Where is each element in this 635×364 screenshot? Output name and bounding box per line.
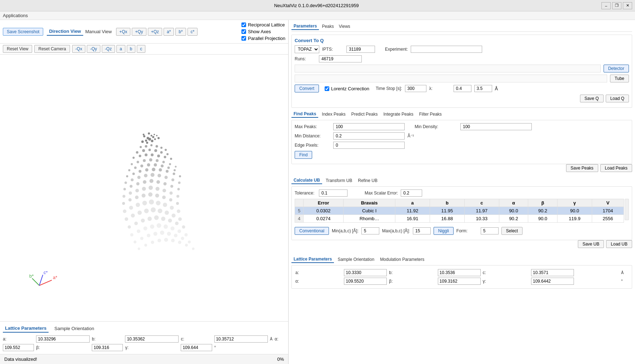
- find-peaks-tab[interactable]: Find Peaks: [291, 111, 318, 118]
- instrument-select[interactable]: TOPAZ: [295, 45, 319, 53]
- lambda-input[interactable]: [454, 85, 471, 92]
- min-distance-row: Min Distance: Å⁻¹: [295, 132, 629, 140]
- experiment-input[interactable]: [411, 46, 482, 53]
- dir-plus-qz[interactable]: +Qz: [148, 28, 162, 36]
- show-axes-check[interactable]: Show Axes: [241, 29, 285, 34]
- gamma-input[interactable]: [181, 344, 212, 351]
- max-peaks-input[interactable]: [333, 123, 405, 130]
- save-peaks-button[interactable]: Save Peaks: [566, 164, 598, 172]
- dir-astar[interactable]: a*: [164, 28, 174, 36]
- load-ub-button[interactable]: Load UB: [606, 240, 632, 248]
- svg-point-64: [158, 174, 161, 177]
- time-stop-input[interactable]: [405, 85, 426, 92]
- dir-c[interactable]: c: [137, 45, 145, 53]
- convert-to-title: Convert To Q: [295, 38, 629, 43]
- right-b-input[interactable]: [438, 269, 481, 276]
- right-a-input[interactable]: [344, 269, 387, 276]
- modulation-tab[interactable]: Modulation Parameters: [378, 256, 426, 263]
- 3d-viewport[interactable]: a* b* c*: [0, 55, 288, 321]
- dir-b[interactable]: b: [127, 45, 136, 53]
- svg-point-33: [170, 158, 172, 160]
- table-scrollbar[interactable]: [625, 199, 629, 220]
- c-input[interactable]: [214, 335, 268, 343]
- lattice-parameters-tab[interactable]: Lattice Parameters: [3, 324, 49, 333]
- lattice-params-tab[interactable]: Lattice Parameters: [291, 256, 334, 263]
- dir-cstar[interactable]: c*: [188, 28, 198, 36]
- reset-view-button[interactable]: Reset View: [3, 45, 32, 53]
- table-row[interactable]: 5 0.0302 Cubic I 11.92 11.95 11.97 90.0 …: [295, 207, 624, 215]
- form-input[interactable]: [481, 227, 499, 234]
- save-screenshot-button[interactable]: Save Screenshot: [3, 28, 43, 36]
- status-message: Data visualized!: [4, 357, 37, 362]
- dir-a[interactable]: a: [116, 45, 125, 53]
- filter-peaks-tab[interactable]: Filter Peaks: [417, 111, 444, 118]
- niggli-button[interactable]: Niggli: [434, 227, 454, 235]
- right-gamma-input[interactable]: [531, 278, 574, 285]
- conventional-button[interactable]: Conventional: [295, 227, 329, 235]
- peaks-tab[interactable]: Peaks: [320, 23, 336, 30]
- reciprocal-lattice-check[interactable]: Reciprocal Lattice: [241, 22, 285, 27]
- tolerance-input[interactable]: [319, 189, 348, 197]
- close-button[interactable]: ✕: [623, 2, 632, 9]
- minimize-button[interactable]: –: [601, 2, 611, 9]
- views-tab[interactable]: Views: [337, 23, 352, 30]
- svg-point-91: [155, 193, 159, 197]
- right-alpha-input[interactable]: [344, 278, 387, 285]
- dir-plus-qy[interactable]: +Qy: [132, 28, 146, 36]
- save-ub-button[interactable]: Save UB: [578, 240, 604, 248]
- dir-bstar[interactable]: b*: [175, 28, 186, 36]
- max-scalar-error-input[interactable]: [401, 189, 422, 197]
- restore-button[interactable]: ❐: [612, 2, 621, 9]
- manual-view-tab[interactable]: Manual View: [83, 27, 114, 36]
- b-input[interactable]: [125, 335, 179, 343]
- index-peaks-tab[interactable]: Index Peaks: [320, 111, 348, 118]
- load-peaks-button[interactable]: Load Peaks: [600, 164, 632, 172]
- transform-ub-tab[interactable]: Transform UB: [324, 177, 354, 184]
- max-abc-input[interactable]: [413, 227, 431, 234]
- tube-button[interactable]: Tube: [610, 75, 629, 82]
- dir-minus-qz[interactable]: -Qz: [102, 45, 115, 53]
- angstrom-input[interactable]: [474, 85, 492, 92]
- sample-orient-tab[interactable]: Sample Orientation: [335, 256, 376, 263]
- find-button[interactable]: Find: [295, 151, 312, 159]
- lorentz-check[interactable]: Lorentz Correction: [325, 86, 369, 91]
- load-q-button[interactable]: Load Q: [606, 95, 629, 102]
- svg-point-21: [136, 151, 138, 153]
- integrate-peaks-tab[interactable]: Integrate Peaks: [381, 111, 415, 118]
- detector-button[interactable]: Detector: [604, 65, 629, 72]
- ipts-input[interactable]: [346, 46, 375, 53]
- app-menu-label[interactable]: Applications: [3, 13, 28, 18]
- refine-ub-tab[interactable]: Refine UB: [356, 177, 380, 184]
- runs-input[interactable]: [319, 55, 362, 62]
- sample-orientation-tab[interactable]: Sample Orientation: [52, 324, 96, 333]
- a-input[interactable]: [36, 335, 90, 343]
- right-c-input[interactable]: [531, 269, 574, 276]
- conventional-row: Conventional Min(a,b,c) [Å]: Max(a,b,c) …: [295, 227, 629, 235]
- select-button[interactable]: Select: [501, 227, 522, 235]
- svg-point-8: [151, 140, 153, 142]
- min-abc-input[interactable]: [361, 227, 379, 234]
- svg-point-59: [124, 181, 127, 184]
- table-row[interactable]: 4 0.0274 Rhomb… 16.91 16.88 10.33 90.2 9…: [295, 215, 624, 223]
- calculate-ub-tab[interactable]: Calculate UB: [291, 177, 322, 184]
- right-b-label: b:: [389, 270, 435, 275]
- svg-point-42: [128, 169, 130, 171]
- dir-minus-qy[interactable]: -Qy: [87, 45, 100, 53]
- edge-pixels-input[interactable]: [333, 142, 405, 149]
- alpha-input[interactable]: [3, 344, 34, 351]
- right-beta-input[interactable]: [438, 278, 481, 285]
- svg-point-100: [156, 201, 160, 205]
- beta-input[interactable]: [92, 344, 123, 351]
- reset-camera-button[interactable]: Reset Camera: [34, 45, 70, 53]
- dir-plus-qx[interactable]: +Qx: [116, 28, 130, 36]
- min-distance-input[interactable]: [333, 132, 405, 140]
- parameters-tab[interactable]: Parameters: [291, 23, 319, 30]
- min-density-input[interactable]: [460, 123, 532, 130]
- predict-peaks-tab[interactable]: Predict Peaks: [349, 111, 380, 118]
- parallel-projection-check[interactable]: Parallel Projection: [241, 36, 285, 41]
- save-q-button[interactable]: Save Q: [580, 95, 604, 102]
- convert-button[interactable]: Convert: [295, 85, 319, 92]
- row-error-4: 0.0274: [304, 215, 344, 223]
- direction-view-tab[interactable]: Direction View: [47, 27, 83, 36]
- dir-minus-qx[interactable]: -Qx: [72, 45, 85, 53]
